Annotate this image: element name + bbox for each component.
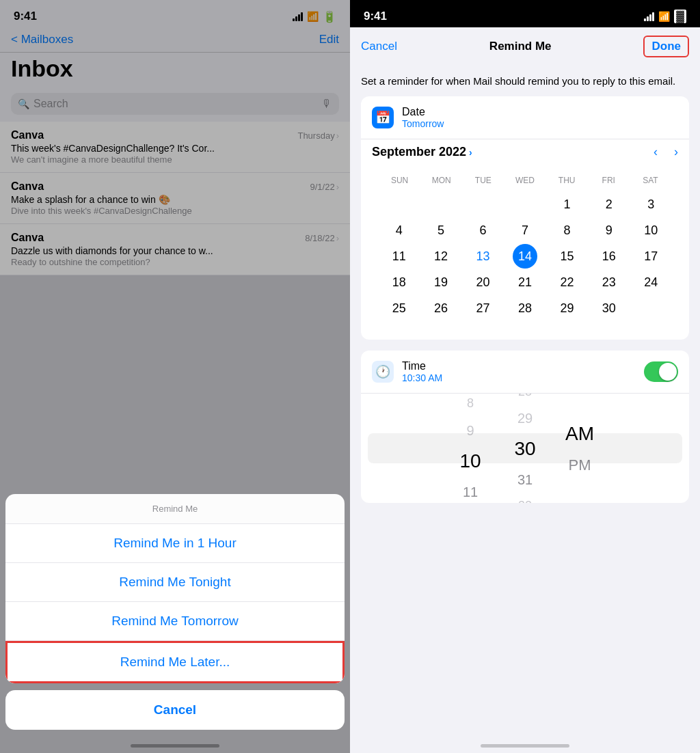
action-sheet-item-tonight[interactable]: Remind Me Tonight bbox=[5, 563, 345, 602]
time-value: 10:30 AM bbox=[402, 372, 442, 383]
cal-day-empty bbox=[471, 192, 496, 217]
cal-day-2[interactable]: 2 bbox=[597, 192, 621, 217]
col-thu: THU bbox=[546, 173, 588, 188]
cal-day-21[interactable]: 21 bbox=[513, 270, 537, 295]
cal-day-1[interactable]: 1 bbox=[554, 192, 579, 217]
action-sheet-item-later[interactable]: Remind Me Later... bbox=[5, 641, 345, 683]
next-month-button[interactable]: › bbox=[674, 145, 678, 159]
col-sat: SAT bbox=[630, 173, 671, 188]
minute-column[interactable]: 27 28 29 30 31 32 33 bbox=[498, 394, 552, 503]
nav-title: Remind Me bbox=[489, 40, 552, 53]
action-sheet-overlay: Remind Me Remind Me in 1 Hour Remind Me … bbox=[0, 494, 350, 753]
action-sheet: Remind Me Remind Me in 1 Hour Remind Me … bbox=[5, 494, 345, 683]
right-status-bar: 9:41 📶 ▓ bbox=[350, 0, 700, 27]
cal-day-7[interactable]: 7 bbox=[513, 218, 537, 243]
right-nav-bar: Cancel Remind Me Done bbox=[350, 27, 700, 66]
right-battery-icon: ▓ bbox=[674, 10, 686, 23]
right-status-icons: 📶 ▓ bbox=[644, 10, 686, 23]
time-icon: 🕐 bbox=[372, 361, 394, 383]
month-expand-icon[interactable]: › bbox=[469, 147, 472, 158]
min-val-29[interactable]: 29 bbox=[517, 405, 533, 432]
cal-day-19[interactable]: 19 bbox=[429, 270, 453, 295]
hour-val-11[interactable]: 11 bbox=[463, 478, 478, 503]
calendar-nav: ‹ › bbox=[654, 145, 678, 159]
cal-day-9[interactable]: 9 bbox=[597, 218, 621, 243]
date-icon: 📅 bbox=[372, 107, 394, 128]
cal-day-14[interactable]: 14 bbox=[513, 244, 537, 269]
cal-day-empty bbox=[638, 296, 663, 320]
cal-day-empty bbox=[387, 192, 412, 217]
min-val-32[interactable]: 32 bbox=[518, 493, 532, 503]
cal-day-15[interactable]: 15 bbox=[554, 244, 579, 269]
min-val-30[interactable]: 30 bbox=[514, 432, 535, 466]
hour-val-8[interactable]: 8 bbox=[467, 394, 474, 417]
right-wifi-icon: 📶 bbox=[658, 11, 670, 22]
period-column[interactable]: AM PM bbox=[552, 417, 607, 480]
cal-day-12[interactable]: 12 bbox=[429, 244, 453, 269]
cal-day-22[interactable]: 22 bbox=[554, 270, 579, 295]
left-panel: 9:41 📶 🔋 < Mailboxes Edit Inbox bbox=[0, 0, 350, 753]
date-label: Date bbox=[402, 106, 444, 118]
period-pm[interactable]: PM bbox=[569, 451, 591, 480]
cal-day-3[interactable]: 3 bbox=[638, 192, 663, 217]
cal-day-30[interactable]: 30 bbox=[597, 296, 621, 320]
calendar-section: September 2022 › ‹ › SUN MON TUE WED THU… bbox=[361, 139, 689, 340]
remind-description: Set a reminder for when Mail should remi… bbox=[350, 66, 700, 96]
cal-day-23[interactable]: 23 bbox=[597, 270, 621, 295]
time-card: 🕐 Time 10:30 AM 7 8 9 10 11 12 bbox=[361, 351, 689, 503]
cal-day-5[interactable]: 5 bbox=[429, 218, 453, 243]
hour-val-10[interactable]: 10 bbox=[459, 444, 481, 478]
date-card: 📅 Date Tomorrow September 2022 › ‹ › bbox=[361, 96, 689, 340]
action-sheet-item-1hour[interactable]: Remind Me in 1 Hour bbox=[5, 524, 345, 563]
cal-day-6[interactable]: 6 bbox=[471, 218, 496, 243]
cal-day-27[interactable]: 27 bbox=[471, 296, 496, 320]
cal-day-17[interactable]: 17 bbox=[638, 244, 663, 269]
action-sheet-cancel[interactable]: Cancel bbox=[5, 690, 345, 730]
col-sun: SUN bbox=[379, 173, 420, 188]
cal-day-16[interactable]: 16 bbox=[597, 244, 621, 269]
cal-day-26[interactable]: 26 bbox=[429, 296, 453, 320]
cancel-button[interactable]: Cancel bbox=[361, 40, 397, 53]
prev-month-button[interactable]: ‹ bbox=[654, 145, 658, 159]
cal-day-8[interactable]: 8 bbox=[554, 218, 579, 243]
calendar-header: SUN MON TUE WED THU FRI SAT bbox=[379, 173, 671, 188]
time-picker[interactable]: 7 8 9 10 11 12 27 28 29 30 31 32 33 bbox=[361, 394, 689, 503]
action-sheet-title: Remind Me bbox=[5, 494, 345, 524]
date-row[interactable]: 📅 Date Tomorrow bbox=[361, 96, 689, 139]
col-fri: FRI bbox=[588, 173, 630, 188]
cal-day-13[interactable]: 13 bbox=[471, 244, 496, 269]
right-time: 9:41 bbox=[364, 10, 387, 23]
hour-column[interactable]: 7 8 9 10 11 12 bbox=[443, 394, 498, 503]
cal-day-25[interactable]: 25 bbox=[387, 296, 412, 320]
toggle-knob bbox=[659, 363, 677, 381]
cal-day-24[interactable]: 24 bbox=[638, 270, 663, 295]
time-label: Time bbox=[402, 360, 442, 372]
col-tue: TUE bbox=[462, 173, 504, 188]
cal-day-4[interactable]: 4 bbox=[387, 218, 412, 243]
calendar-body: 1234567891011121314151617181920212223242… bbox=[379, 192, 671, 320]
period-am[interactable]: AM bbox=[565, 417, 594, 451]
cal-day-empty bbox=[429, 192, 453, 217]
col-mon: MON bbox=[420, 173, 462, 188]
cal-day-empty bbox=[513, 192, 537, 217]
right-signal-icon bbox=[644, 12, 654, 21]
cal-day-11[interactable]: 11 bbox=[387, 244, 412, 269]
min-val-28[interactable]: 28 bbox=[518, 394, 532, 405]
time-toggle[interactable] bbox=[644, 361, 678, 382]
cal-day-28[interactable]: 28 bbox=[513, 296, 537, 320]
right-panel: 9:41 📶 ▓ Cancel Remind Me Done Set a rem… bbox=[350, 0, 700, 753]
col-wed: WED bbox=[504, 173, 546, 188]
cal-day-10[interactable]: 10 bbox=[638, 218, 663, 243]
calendar-month-title: September 2022 › bbox=[372, 145, 472, 159]
cal-day-29[interactable]: 29 bbox=[554, 296, 579, 320]
time-row[interactable]: 🕐 Time 10:30 AM bbox=[361, 351, 689, 394]
right-home-indicator bbox=[481, 744, 569, 748]
done-button[interactable]: Done bbox=[643, 36, 689, 57]
min-val-31[interactable]: 31 bbox=[517, 466, 533, 493]
hour-val-9[interactable]: 9 bbox=[466, 417, 474, 444]
date-value: Tomorrow bbox=[402, 118, 444, 129]
calendar-grid: SUN MON TUE WED THU FRI SAT 123456789101… bbox=[372, 166, 678, 327]
action-sheet-item-tomorrow[interactable]: Remind Me Tomorrow bbox=[5, 602, 345, 641]
cal-day-20[interactable]: 20 bbox=[471, 270, 496, 295]
cal-day-18[interactable]: 18 bbox=[387, 270, 412, 295]
